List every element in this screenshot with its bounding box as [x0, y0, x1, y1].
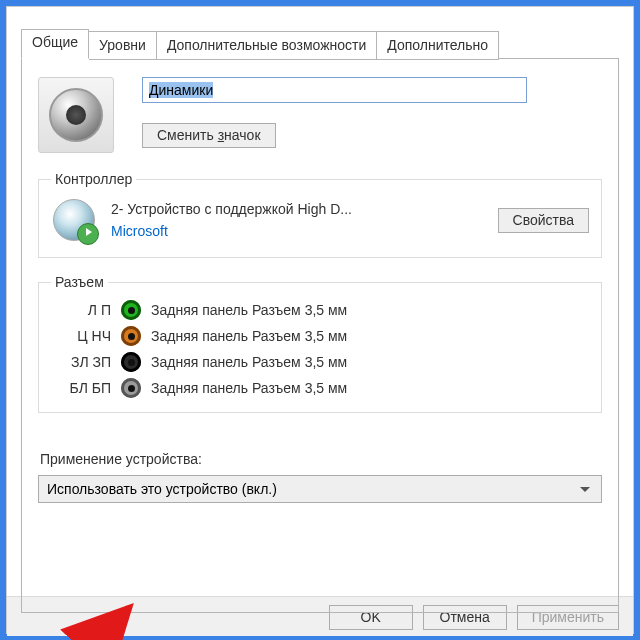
- tab-panel-general: Сменить значок Контроллер 2- Устройство …: [21, 58, 619, 613]
- change-icon-button[interactable]: Сменить значок: [142, 123, 276, 148]
- jack-dot-icon: [121, 326, 141, 346]
- jack-legend: Разъем: [51, 274, 108, 290]
- jack-list: Л ПЗадняя панель Разъем 3,5 ммЦ НЧЗадняя…: [51, 300, 589, 398]
- controller-icon: [51, 197, 97, 243]
- jack-dot-icon: [121, 300, 141, 320]
- jack-dot-icon: [121, 378, 141, 398]
- tab-enhancements[interactable]: Дополнительные возможности: [157, 31, 377, 60]
- jack-label: Задняя панель Разъем 3,5 мм: [151, 302, 347, 318]
- controller-name: 2- Устройство с поддержкой High D...: [111, 201, 352, 217]
- jack-abbr: Ц НЧ: [55, 328, 111, 344]
- jack-label: Задняя панель Разъем 3,5 мм: [151, 328, 347, 344]
- jack-label: Задняя панель Разъем 3,5 мм: [151, 380, 347, 396]
- usage-select[interactable]: Использовать это устройство (вкл.): [38, 475, 602, 503]
- jack-abbr: ЗЛ ЗП: [55, 354, 111, 370]
- usage-label: Применение устройства:: [40, 451, 602, 467]
- device-name-input[interactable]: [142, 77, 527, 103]
- controller-fieldset: Контроллер 2- Устройство с поддержкой Hi…: [38, 171, 602, 258]
- jack-row: ЗЛ ЗПЗадняя панель Разъем 3,5 мм: [55, 352, 589, 372]
- jack-row: БЛ БПЗадняя панель Разъем 3,5 мм: [55, 378, 589, 398]
- jack-row: Ц НЧЗадняя панель Разъем 3,5 мм: [55, 326, 589, 346]
- jack-abbr: Л П: [55, 302, 111, 318]
- tab-general[interactable]: Общие: [21, 29, 89, 59]
- usage-select-wrap: Использовать это устройство (вкл.): [38, 475, 602, 503]
- controller-vendor-link[interactable]: Microsoft: [111, 223, 168, 239]
- tab-levels[interactable]: Уровни: [89, 31, 157, 60]
- controller-properties-button[interactable]: Свойства: [498, 208, 589, 233]
- tabstrip: Общие Уровни Дополнительные возможности …: [21, 29, 619, 58]
- controller-legend: Контроллер: [51, 171, 136, 187]
- jack-label: Задняя панель Разъем 3,5 мм: [151, 354, 347, 370]
- device-icon: [38, 77, 114, 153]
- tab-advanced[interactable]: Дополнительно: [377, 31, 499, 60]
- jack-fieldset: Разъем Л ПЗадняя панель Разъем 3,5 ммЦ Н…: [38, 274, 602, 413]
- properties-dialog: Общие Уровни Дополнительные возможности …: [6, 6, 634, 634]
- device-header: Сменить значок: [38, 77, 602, 153]
- jack-row: Л ПЗадняя панель Разъем 3,5 мм: [55, 300, 589, 320]
- jack-dot-icon: [121, 352, 141, 372]
- jack-abbr: БЛ БП: [55, 380, 111, 396]
